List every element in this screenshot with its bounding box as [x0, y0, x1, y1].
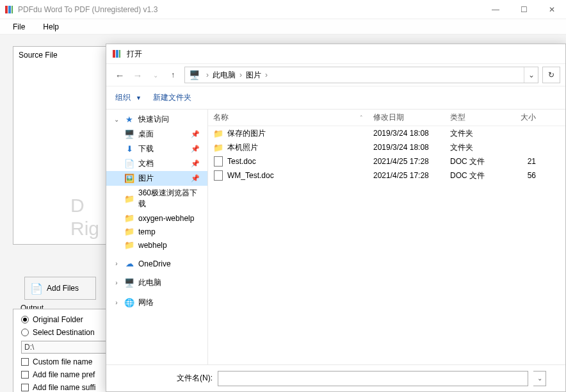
- close-button[interactable]: ✕: [538, 0, 566, 19]
- folder-icon: 📁: [124, 240, 134, 250]
- address-history-dropdown[interactable]: ⌄: [524, 67, 538, 83]
- address-bar[interactable]: 🖥️ › 此电脑 › 图片 › ⌄: [184, 67, 538, 83]
- tree-network[interactable]: › 🌐 网络: [106, 295, 207, 310]
- expand-icon[interactable]: ›: [113, 299, 120, 306]
- collapse-icon[interactable]: ⌄: [113, 116, 120, 123]
- checkbox-icon: [21, 358, 29, 366]
- nav-recent-dropdown[interactable]: ⌄: [147, 67, 164, 83]
- cloud-icon: ☁: [124, 259, 134, 268]
- col-header-name[interactable]: 名称 ˄: [208, 112, 368, 123]
- file-name: WM_Test.doc: [227, 171, 274, 180]
- col-header-date[interactable]: 修改日期: [368, 112, 445, 123]
- dialog-title: 打开: [127, 49, 142, 60]
- pin-icon: 📌: [191, 159, 204, 168]
- menubar: File Help: [0, 19, 566, 35]
- pin-icon: 📌: [191, 174, 204, 183]
- dialog-footer: 文件名(N): ⌄: [106, 364, 565, 391]
- list-row[interactable]: 📁保存的图片2019/3/24 18:08文件夹: [208, 126, 565, 140]
- breadcrumb-sep: ›: [263, 70, 270, 79]
- svg-rect-5: [119, 50, 120, 58]
- nav-up-button[interactable]: ↑: [165, 67, 181, 83]
- file-type: DOC 文件: [445, 170, 503, 181]
- tree-desktop[interactable]: 🖥️ 桌面 📌: [106, 127, 207, 142]
- pictures-icon: 🖼️: [124, 174, 134, 183]
- file-icon: [213, 156, 223, 167]
- tree-this-pc[interactable]: › 🖥️ 此电脑: [106, 275, 207, 290]
- svg-rect-1: [8, 6, 11, 13]
- nav-forward-button[interactable]: →: [129, 67, 146, 83]
- file-date: 2021/4/25 17:28: [368, 171, 445, 180]
- breadcrumb-sep: ›: [237, 70, 245, 79]
- add-files-button[interactable]: 📄 Add Files: [24, 277, 96, 300]
- folder-icon: 📁: [124, 213, 134, 223]
- tree-webhelp[interactable]: 📁 webhelp: [106, 238, 207, 252]
- filename-history-dropdown[interactable]: ⌄: [533, 371, 546, 386]
- list-row[interactable]: 📁本机照片2019/3/24 18:08文件夹: [208, 140, 565, 154]
- file-date: 2019/3/24 18:08: [368, 143, 445, 152]
- sort-indicator-icon: ˄: [360, 115, 363, 121]
- folder-icon: 📁: [213, 142, 223, 152]
- app-icon: [4, 4, 14, 15]
- minimize-button[interactable]: —: [481, 0, 510, 19]
- file-name: 保存的图片: [227, 128, 266, 139]
- file-size: 21: [503, 157, 541, 166]
- folder-icon: 📁: [124, 227, 134, 236]
- dialog-body: ⌄ ★ 快速访问 🖥️ 桌面 📌 ⬇ 下载 📌 📄 文档 📌 🖼️: [106, 110, 565, 364]
- pin-icon: 📌: [191, 145, 204, 153]
- file-type: 文件夹: [445, 142, 503, 153]
- svg-rect-2: [12, 6, 13, 13]
- file-open-dialog: 打开 ← → ⌄ ↑ 🖥️ › 此电脑 › 图片 › ⌄ ↻ 组织 ▼ 新建文件…: [106, 44, 566, 392]
- expand-icon[interactable]: ›: [113, 260, 120, 267]
- add-files-icon: 📄: [30, 282, 43, 295]
- tree-oxygen[interactable]: 📁 oxygen-webhelp: [106, 211, 207, 225]
- nav-back-button[interactable]: ←: [111, 67, 128, 83]
- file-date: 2019/3/24 18:08: [368, 129, 445, 138]
- expand-icon[interactable]: ›: [113, 279, 120, 286]
- breadcrumb-pictures[interactable]: 图片: [245, 70, 263, 81]
- new-folder-button[interactable]: 新建文件夹: [153, 92, 191, 103]
- filename-input[interactable]: [218, 371, 528, 386]
- svg-rect-3: [113, 50, 115, 58]
- radio-icon: [21, 329, 29, 336]
- dialog-header: 打开: [106, 44, 565, 63]
- col-header-size[interactable]: 大小: [503, 112, 541, 123]
- tree-browser-downloads[interactable]: 📁 360极速浏览器下载: [106, 186, 207, 211]
- tree-documents[interactable]: 📄 文档 📌: [106, 156, 207, 171]
- downloads-icon: ⬇: [124, 144, 134, 154]
- file-name: Test.doc: [227, 157, 256, 166]
- tree-temp[interactable]: 📁 temp: [106, 225, 207, 238]
- breadcrumb-thispc[interactable]: 此电脑: [211, 70, 237, 81]
- add-files-label: Add Files: [47, 284, 79, 293]
- app-titlebar: PDFdu Word To PDF (Unregistered) v1.3 — …: [0, 0, 566, 19]
- refresh-button[interactable]: ↻: [542, 67, 560, 83]
- list-row[interactable]: Test.doc2021/4/25 17:28DOC 文件21: [208, 154, 565, 168]
- col-header-type[interactable]: 类型: [445, 112, 503, 123]
- breadcrumb-sep: ›: [204, 70, 211, 79]
- maximize-button[interactable]: ☐: [510, 0, 538, 19]
- menu-help[interactable]: Help: [35, 20, 67, 33]
- tree-downloads[interactable]: ⬇ 下载 📌: [106, 142, 207, 156]
- dropdown-icon: ▼: [136, 95, 142, 101]
- folder-icon: 📁: [124, 194, 134, 204]
- file-type: 文件夹: [445, 128, 503, 139]
- desktop-icon: 🖥️: [124, 129, 134, 139]
- file-type: DOC 文件: [445, 156, 503, 167]
- dialog-icon: [111, 49, 122, 59]
- this-pc-icon: 🖥️: [189, 70, 200, 80]
- documents-icon: 📄: [124, 159, 134, 168]
- tree-onedrive[interactable]: › ☁ OneDrive: [106, 257, 207, 270]
- star-icon: ★: [124, 115, 134, 124]
- tree-quick-access[interactable]: ⌄ ★ 快速访问: [106, 112, 207, 127]
- window-buttons: — ☐ ✕: [481, 0, 566, 19]
- file-size: 56: [503, 171, 541, 180]
- pc-icon: 🖥️: [124, 278, 134, 288]
- svg-rect-4: [116, 50, 118, 58]
- tree-pictures[interactable]: 🖼️ 图片 📌: [106, 171, 207, 186]
- menu-file[interactable]: File: [5, 20, 33, 33]
- list-row[interactable]: WM_Test.doc2021/4/25 17:28DOC 文件56: [208, 168, 565, 183]
- checkbox-icon: [21, 384, 29, 391]
- organize-button[interactable]: 组织 ▼: [115, 92, 142, 103]
- dialog-nav: ← → ⌄ ↑ 🖥️ › 此电脑 › 图片 › ⌄ ↻: [106, 63, 565, 86]
- dialog-toolbar: 组织 ▼ 新建文件夹: [106, 86, 565, 110]
- pin-icon: 📌: [191, 130, 204, 138]
